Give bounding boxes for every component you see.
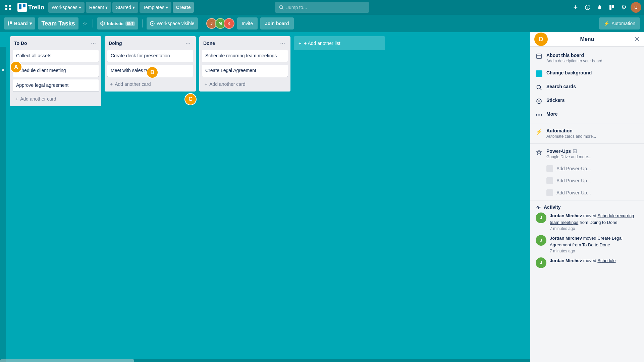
svg-point-28 bbox=[541, 114, 542, 116]
header-divider-2 bbox=[142, 19, 143, 27]
list-header-done: Done ··· bbox=[202, 39, 288, 47]
add-list-btn[interactable]: + + Add another list bbox=[294, 36, 385, 50]
invite-btn[interactable]: Invite bbox=[237, 17, 258, 29]
trello-logo[interactable]: Trello bbox=[15, 1, 47, 13]
annotation-badge-c: C bbox=[184, 93, 197, 105]
menu-body: About this board Add a description to yo… bbox=[530, 47, 644, 362]
list-title-done: Done bbox=[203, 41, 279, 46]
plus-btn[interactable]: + bbox=[570, 2, 581, 13]
sidebar-collapse-handle[interactable]: » bbox=[0, 47, 6, 362]
app-switcher-btn[interactable] bbox=[3, 2, 13, 13]
svg-rect-3 bbox=[9, 8, 11, 10]
horizontal-scrollbar[interactable] bbox=[0, 359, 530, 362]
card-create-legal[interactable]: Create Legal Agreement ✎ bbox=[202, 65, 288, 77]
annotation-badge-a: A bbox=[10, 61, 22, 73]
user-avatar[interactable]: U bbox=[631, 2, 641, 13]
card-schedule-recurring[interactable]: Schedule recurring team meetings ✎ bbox=[202, 50, 288, 62]
annotation-badge-b: B bbox=[146, 66, 158, 78]
svg-point-7 bbox=[280, 6, 283, 9]
board-header: Board ▾ Team Tasks ☆ Inktistic ENT Works… bbox=[0, 15, 644, 32]
menu-item-powerups[interactable]: Power-Ups Google Drive and more... bbox=[530, 145, 644, 163]
header-divider-1 bbox=[93, 19, 93, 27]
add-card-btn-doing[interactable]: + Add another card bbox=[107, 79, 193, 89]
templates-btn[interactable]: Templates ▾ bbox=[140, 2, 171, 13]
board-view-btn[interactable] bbox=[606, 2, 617, 13]
svg-rect-2 bbox=[5, 8, 7, 10]
menu-user-avatar[interactable]: D bbox=[534, 33, 548, 46]
info-btn[interactable]: i bbox=[582, 2, 593, 13]
menu-item-more[interactable]: More bbox=[530, 108, 644, 122]
menu-divider-1 bbox=[530, 123, 644, 123]
card-approve-legal[interactable]: Approve legal agreement ✎ bbox=[13, 79, 99, 92]
card-schedule-client[interactable]: Schedule client meeting ✎ bbox=[13, 65, 99, 77]
menu-divider-2 bbox=[530, 143, 644, 144]
svg-rect-14 bbox=[8, 21, 9, 25]
member-avatar-3[interactable]: K bbox=[224, 18, 234, 29]
nav-right: + i ⚙ U bbox=[570, 2, 641, 13]
svg-rect-11 bbox=[599, 9, 600, 9]
bell-btn[interactable] bbox=[594, 2, 605, 13]
menu-header: D Menu ✕ bbox=[530, 32, 644, 47]
list-title-doing: Doing bbox=[109, 41, 184, 46]
settings-btn[interactable]: ⚙ bbox=[619, 2, 629, 13]
activity-item-3: J Jordan Mirchev moved Schedule bbox=[536, 257, 639, 268]
menu-title: Menu bbox=[580, 36, 594, 42]
powerup-placeholder-icon-3 bbox=[546, 189, 553, 196]
card-collect-assets[interactable]: Collect all assets ✎ bbox=[13, 50, 99, 62]
menu-close-btn[interactable]: ✕ bbox=[634, 35, 640, 43]
header-divider-3 bbox=[202, 19, 202, 27]
automation-btn[interactable]: ⚡ Automation bbox=[599, 17, 640, 29]
join-board-btn[interactable]: Join board bbox=[260, 17, 294, 29]
powerup-placeholder-icon-2 bbox=[546, 177, 553, 184]
scrollbar-thumb[interactable] bbox=[0, 359, 134, 362]
member-avatars: J M K bbox=[206, 18, 234, 29]
workspace-tag[interactable]: Inktistic ENT bbox=[97, 17, 138, 29]
list-menu-btn-doing[interactable]: ··· bbox=[184, 39, 192, 47]
create-btn[interactable]: Create bbox=[173, 2, 194, 13]
svg-point-22 bbox=[537, 85, 541, 89]
svg-rect-13 bbox=[612, 5, 614, 8]
list-title-todo: To Do bbox=[14, 41, 90, 46]
search-icon bbox=[536, 84, 542, 91]
more-icon bbox=[536, 112, 542, 118]
list-menu-btn-todo[interactable]: ··· bbox=[90, 39, 97, 47]
activity-title: Activity bbox=[536, 204, 639, 210]
plus-icon: + bbox=[299, 41, 301, 46]
list-doing: Doing ··· Create deck for presentation ✎… bbox=[105, 36, 196, 92]
starred-btn[interactable]: Starred ▾ bbox=[112, 2, 138, 13]
svg-line-8 bbox=[282, 8, 284, 10]
board-title[interactable]: Team Tasks bbox=[38, 17, 78, 29]
sticker-icon bbox=[536, 98, 542, 105]
svg-rect-5 bbox=[19, 4, 21, 9]
board-menu-btn[interactable]: Board ▾ bbox=[4, 17, 35, 29]
svg-rect-0 bbox=[5, 5, 7, 7]
svg-rect-12 bbox=[609, 5, 611, 10]
list-menu-btn-done[interactable]: ··· bbox=[279, 39, 286, 47]
activity-section: Activity J Jordan Mirchev moved Schedule… bbox=[530, 202, 644, 275]
add-powerup-1[interactable]: Add Power-Up... bbox=[530, 163, 644, 175]
list-done: Done ··· Schedule recurring team meeting… bbox=[199, 36, 290, 92]
star-btn[interactable]: ☆ bbox=[81, 19, 89, 28]
add-card-btn-done[interactable]: + Add another card bbox=[202, 79, 288, 89]
menu-item-automation[interactable]: ⚡ Automation Automate cards and more... bbox=[530, 125, 644, 142]
powerups-icon bbox=[536, 149, 542, 156]
svg-point-19 bbox=[152, 23, 153, 24]
add-card-btn-todo[interactable]: + Add another card bbox=[13, 94, 99, 104]
card-create-deck[interactable]: Create deck for presentation ✎ bbox=[107, 50, 193, 62]
add-powerup-2[interactable]: Add Power-Up... bbox=[530, 175, 644, 187]
background-icon bbox=[536, 70, 542, 77]
book-icon bbox=[536, 53, 542, 60]
menu-panel: D Menu ✕ About this board Add a descrip bbox=[530, 32, 644, 362]
add-powerup-3[interactable]: Add Power-Up... bbox=[530, 187, 644, 199]
top-nav: Trello Workspaces ▾ Recent ▾ Starred ▾ T… bbox=[0, 0, 644, 15]
list-header-todo: To Do ··· bbox=[13, 39, 99, 47]
workspace-visible-btn[interactable]: Workspace visible bbox=[147, 17, 198, 29]
svg-line-23 bbox=[540, 88, 541, 90]
menu-item-about[interactable]: About this board Add a description to yo… bbox=[530, 49, 644, 67]
menu-item-background[interactable]: Change background bbox=[530, 67, 644, 80]
menu-item-stickers[interactable]: Stickers bbox=[530, 94, 644, 108]
menu-item-search[interactable]: Search cards bbox=[530, 80, 644, 94]
search-bar[interactable]: Jump to... bbox=[275, 2, 369, 13]
workspaces-btn[interactable]: Workspaces ▾ bbox=[48, 2, 85, 13]
recent-btn[interactable]: Recent ▾ bbox=[86, 2, 111, 13]
